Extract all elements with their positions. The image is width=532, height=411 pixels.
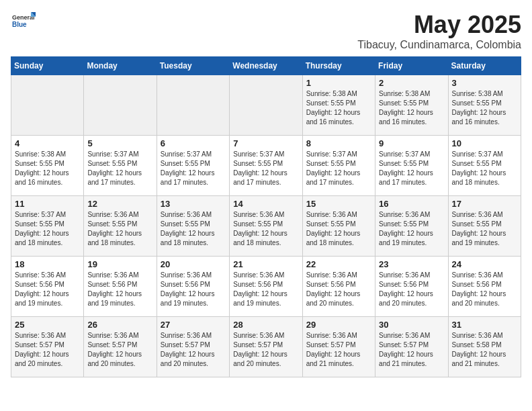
day-info: Sunrise: 5:36 AM Sunset: 5:57 PM Dayligh… [233,331,298,369]
calendar-cell: 8Sunrise: 5:37 AM Sunset: 5:55 PM Daylig… [302,136,375,196]
weekday-header: Saturday [448,57,521,75]
weekday-header: Tuesday [157,57,229,75]
calendar-table: SundayMondayTuesdayWednesdayThursdayFrid… [11,56,521,377]
weekday-header: Wednesday [230,57,302,75]
calendar-cell: 27Sunrise: 5:36 AM Sunset: 5:57 PM Dayli… [157,317,229,377]
day-info: Sunrise: 5:38 AM Sunset: 5:55 PM Dayligh… [15,150,80,187]
calendar-cell [157,75,229,136]
calendar-cell: 12Sunrise: 5:36 AM Sunset: 5:55 PM Dayli… [84,196,157,257]
weekday-header: Monday [84,57,157,75]
day-info: Sunrise: 5:36 AM Sunset: 5:55 PM Dayligh… [161,210,226,248]
day-number: 8 [306,138,371,148]
month-title: May 2025 [357,11,521,39]
calendar-cell: 9Sunrise: 5:37 AM Sunset: 5:55 PM Daylig… [375,136,448,196]
day-number: 9 [379,138,444,148]
day-info: Sunrise: 5:36 AM Sunset: 5:57 PM Dayligh… [306,331,371,369]
day-number: 14 [233,199,298,209]
calendar-cell: 1Sunrise: 5:38 AM Sunset: 5:55 PM Daylig… [302,75,375,136]
day-number: 16 [379,199,444,209]
day-info: Sunrise: 5:36 AM Sunset: 5:56 PM Dayligh… [233,271,298,308]
calendar-cell: 10Sunrise: 5:37 AM Sunset: 5:55 PM Dayli… [448,136,521,196]
calendar-cell: 3Sunrise: 5:38 AM Sunset: 5:55 PM Daylig… [448,75,521,136]
day-number: 27 [161,320,226,330]
calendar-cell: 18Sunrise: 5:36 AM Sunset: 5:56 PM Dayli… [11,257,84,317]
header: General Blue May 2025 Tibacuy, Cundinama… [11,11,521,51]
day-number: 24 [452,259,517,269]
day-number: 10 [452,138,517,148]
day-info: Sunrise: 5:37 AM Sunset: 5:55 PM Dayligh… [306,150,371,187]
day-info: Sunrise: 5:37 AM Sunset: 5:55 PM Dayligh… [233,150,298,187]
calendar-body: 1Sunrise: 5:38 AM Sunset: 5:55 PM Daylig… [11,75,521,377]
weekday-header: Friday [375,57,448,75]
calendar-cell: 31Sunrise: 5:36 AM Sunset: 5:58 PM Dayli… [448,317,521,377]
day-number: 22 [306,259,371,269]
calendar-cell [230,75,302,136]
calendar-cell: 19Sunrise: 5:36 AM Sunset: 5:56 PM Dayli… [84,257,157,317]
day-number: 1 [306,78,371,88]
calendar-cell: 4Sunrise: 5:38 AM Sunset: 5:55 PM Daylig… [11,136,84,196]
day-info: Sunrise: 5:36 AM Sunset: 5:56 PM Dayligh… [15,271,80,308]
calendar-week-row: 4Sunrise: 5:38 AM Sunset: 5:55 PM Daylig… [11,136,521,196]
day-number: 23 [379,259,444,269]
calendar-cell: 29Sunrise: 5:36 AM Sunset: 5:57 PM Dayli… [302,317,375,377]
day-info: Sunrise: 5:38 AM Sunset: 5:55 PM Dayligh… [306,89,371,127]
day-info: Sunrise: 5:36 AM Sunset: 5:58 PM Dayligh… [452,331,517,369]
day-info: Sunrise: 5:36 AM Sunset: 5:57 PM Dayligh… [379,331,444,369]
calendar-cell: 20Sunrise: 5:36 AM Sunset: 5:56 PM Dayli… [157,257,229,317]
logo: General Blue [11,11,36,31]
day-info: Sunrise: 5:37 AM Sunset: 5:55 PM Dayligh… [161,150,226,187]
day-info: Sunrise: 5:36 AM Sunset: 5:56 PM Dayligh… [306,271,371,308]
day-number: 19 [87,259,152,269]
day-number: 3 [452,78,517,88]
logo-svg: General Blue [11,11,36,31]
calendar-cell: 13Sunrise: 5:36 AM Sunset: 5:55 PM Dayli… [157,196,229,257]
calendar-cell: 28Sunrise: 5:36 AM Sunset: 5:57 PM Dayli… [230,317,302,377]
day-number: 11 [15,199,80,209]
day-info: Sunrise: 5:36 AM Sunset: 5:56 PM Dayligh… [452,271,517,308]
svg-text:Blue: Blue [12,21,27,28]
calendar-week-row: 1Sunrise: 5:38 AM Sunset: 5:55 PM Daylig… [11,75,521,136]
day-info: Sunrise: 5:36 AM Sunset: 5:55 PM Dayligh… [452,210,517,248]
day-info: Sunrise: 5:38 AM Sunset: 5:55 PM Dayligh… [379,89,444,127]
calendar-week-row: 11Sunrise: 5:37 AM Sunset: 5:55 PM Dayli… [11,196,521,257]
calendar-cell: 2Sunrise: 5:38 AM Sunset: 5:55 PM Daylig… [375,75,448,136]
day-number: 4 [15,138,80,148]
day-number: 25 [15,320,80,330]
day-info: Sunrise: 5:36 AM Sunset: 5:55 PM Dayligh… [233,210,298,248]
calendar-cell: 16Sunrise: 5:36 AM Sunset: 5:55 PM Dayli… [375,196,448,257]
calendar-cell: 7Sunrise: 5:37 AM Sunset: 5:55 PM Daylig… [230,136,302,196]
day-number: 28 [233,320,298,330]
weekday-header: Thursday [302,57,375,75]
day-info: Sunrise: 5:36 AM Sunset: 5:55 PM Dayligh… [306,210,371,248]
day-number: 13 [161,199,226,209]
calendar-week-row: 18Sunrise: 5:36 AM Sunset: 5:56 PM Dayli… [11,257,521,317]
location-title: Tibacuy, Cundinamarca, Colombia [357,39,521,51]
calendar-cell: 23Sunrise: 5:36 AM Sunset: 5:56 PM Dayli… [375,257,448,317]
calendar-cell: 15Sunrise: 5:36 AM Sunset: 5:55 PM Dayli… [302,196,375,257]
day-number: 26 [87,320,152,330]
calendar-cell: 11Sunrise: 5:37 AM Sunset: 5:55 PM Dayli… [11,196,84,257]
title-area: May 2025 Tibacuy, Cundinamarca, Colombia [357,11,521,51]
day-info: Sunrise: 5:38 AM Sunset: 5:55 PM Dayligh… [452,89,517,127]
calendar-cell: 30Sunrise: 5:36 AM Sunset: 5:57 PM Dayli… [375,317,448,377]
day-info: Sunrise: 5:36 AM Sunset: 5:56 PM Dayligh… [379,271,444,308]
day-number: 29 [306,320,371,330]
calendar-header-row: SundayMondayTuesdayWednesdayThursdayFrid… [11,57,521,75]
calendar-cell: 6Sunrise: 5:37 AM Sunset: 5:55 PM Daylig… [157,136,229,196]
day-number: 20 [161,259,226,269]
day-info: Sunrise: 5:37 AM Sunset: 5:55 PM Dayligh… [87,150,152,187]
day-number: 7 [233,138,298,148]
calendar-week-row: 25Sunrise: 5:36 AM Sunset: 5:57 PM Dayli… [11,317,521,377]
day-number: 30 [379,320,444,330]
day-info: Sunrise: 5:37 AM Sunset: 5:55 PM Dayligh… [15,210,80,248]
calendar-cell: 25Sunrise: 5:36 AM Sunset: 5:57 PM Dayli… [11,317,84,377]
day-number: 18 [15,259,80,269]
weekday-header: Sunday [11,57,84,75]
day-info: Sunrise: 5:36 AM Sunset: 5:56 PM Dayligh… [161,271,226,308]
calendar-cell: 17Sunrise: 5:36 AM Sunset: 5:55 PM Dayli… [448,196,521,257]
day-number: 12 [87,199,152,209]
calendar-cell: 14Sunrise: 5:36 AM Sunset: 5:55 PM Dayli… [230,196,302,257]
day-info: Sunrise: 5:36 AM Sunset: 5:57 PM Dayligh… [15,331,80,369]
calendar-cell: 24Sunrise: 5:36 AM Sunset: 5:56 PM Dayli… [448,257,521,317]
day-info: Sunrise: 5:36 AM Sunset: 5:56 PM Dayligh… [87,271,152,308]
